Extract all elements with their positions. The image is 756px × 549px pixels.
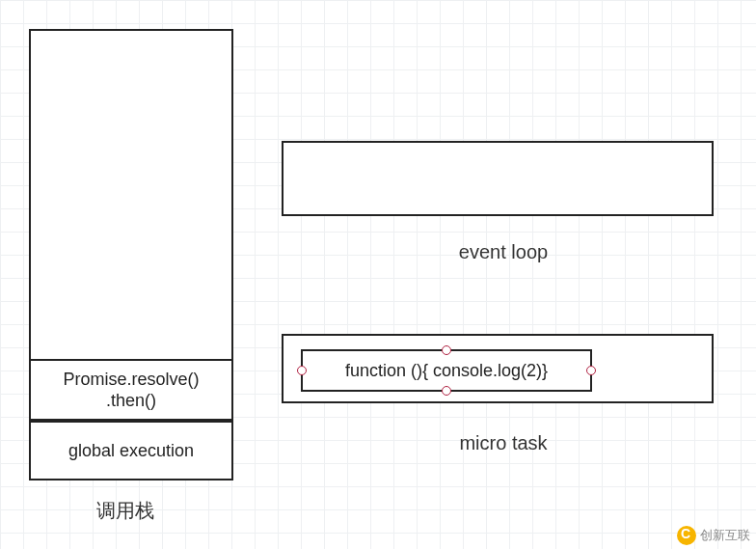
selection-handle-icon[interactable] — [586, 366, 596, 375]
micro-task-label: micro task — [436, 432, 571, 454]
logo-icon — [677, 526, 696, 545]
stack-frame: global execution — [29, 421, 233, 480]
call-stack-box: Promise.resolve() .then() global executi… — [29, 29, 233, 480]
micro-task-item-label: function (){ console.log(2)} — [345, 361, 548, 381]
selection-handle-icon[interactable] — [442, 386, 451, 396]
watermark-text: 创新互联 — [700, 527, 750, 544]
event-loop-label: event loop — [436, 241, 571, 263]
stack-frame-label: global execution — [68, 440, 194, 462]
watermark: 创新互联 — [677, 526, 750, 545]
selection-handle-icon[interactable] — [297, 366, 307, 375]
selection-handle-icon[interactable] — [442, 345, 451, 355]
diagram-canvas: Promise.resolve() .then() global executi… — [0, 0, 756, 549]
event-loop-box — [282, 141, 714, 216]
stack-frame: Promise.resolve() .then() — [29, 359, 233, 421]
stack-frame-label: Promise.resolve() .then() — [63, 369, 199, 412]
micro-task-box: function (){ console.log(2)} — [282, 334, 714, 403]
call-stack-label: 调用栈 — [68, 498, 183, 524]
micro-task-item[interactable]: function (){ console.log(2)} — [301, 349, 592, 392]
